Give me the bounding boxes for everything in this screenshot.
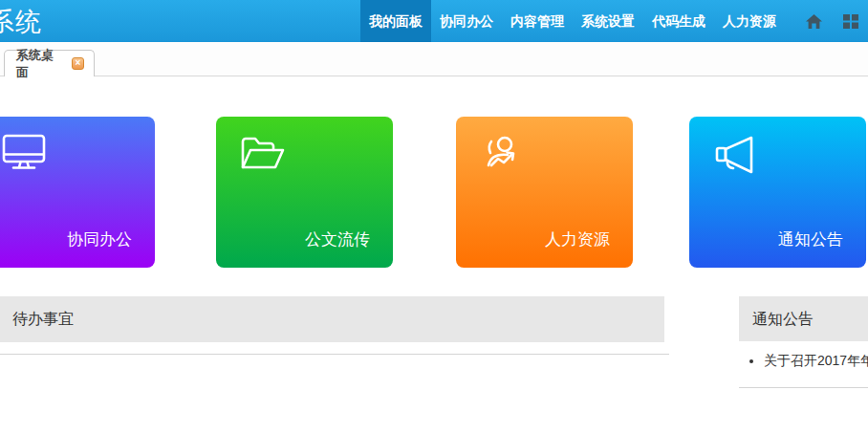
nav-item-collaboration[interactable]: 协同办公 [431, 0, 502, 42]
notice-list: 关于召开2017年年 [739, 346, 868, 376]
notice-list-item[interactable]: 关于召开2017年年 [764, 346, 868, 376]
nav-item-my-dashboard[interactable]: 我的面板 [360, 0, 431, 42]
tile-label: 人力资源 [545, 228, 610, 250]
nav-item-system-settings[interactable]: 系统设置 [573, 0, 643, 42]
nav-item-code-gen[interactable]: 代码生成 [643, 0, 714, 42]
notice-panel-divider [739, 387, 868, 388]
tile-label: 公文流传 [305, 228, 370, 250]
grid-icon[interactable] [843, 0, 858, 42]
tile-collaboration[interactable]: 协同办公 [0, 117, 155, 268]
app-title: 系统 [0, 5, 42, 39]
tab-close-icon[interactable]: × [72, 57, 84, 70]
tile-document-flow[interactable]: 公文流传 [216, 117, 393, 268]
megaphone-icon [713, 134, 759, 176]
home-icon[interactable] [806, 0, 822, 42]
main-nav: 我的面板 协同办公 内容管理 系统设置 代码生成 人力资源 [360, 0, 858, 42]
todo-panel-divider [0, 354, 669, 355]
tile-label: 协同办公 [67, 228, 132, 250]
tile-hr[interactable]: 人力资源 [456, 117, 633, 268]
tile-label: 通知公告 [778, 228, 843, 250]
tile-notices[interactable]: 通知公告 [689, 117, 866, 268]
app-window: 系统 我的面板 协同办公 内容管理 系统设置 代码生成 人力资源 [0, 0, 868, 434]
tab-system-desktop[interactable]: 系统桌面 × [4, 50, 95, 76]
notice-panel-header: 通知公告 [739, 296, 868, 341]
tab-label: 系统桌面 [16, 47, 63, 81]
top-header: 系统 我的面板 协同办公 内容管理 系统设置 代码生成 人力资源 [0, 0, 868, 42]
person-growth-icon [480, 134, 526, 176]
nav-item-content-mgmt[interactable]: 内容管理 [502, 0, 573, 42]
open-folder-icon [240, 134, 286, 174]
monitor-icon [2, 134, 48, 174]
tab-bar: 系统桌面 × [0, 42, 868, 76]
nav-item-hr[interactable]: 人力资源 [714, 0, 785, 42]
todo-panel-header: 待办事宜 [0, 296, 664, 342]
